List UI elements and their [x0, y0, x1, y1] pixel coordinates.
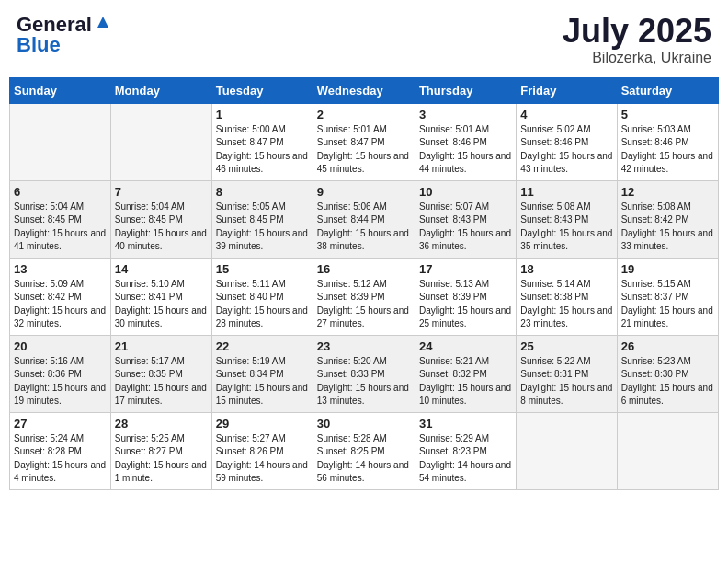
col-thursday: Thursday [415, 77, 516, 103]
calendar-cell [617, 412, 718, 489]
calendar-cell: 14Sunrise: 5:10 AM Sunset: 8:41 PM Dayli… [110, 258, 211, 335]
calendar-header-row: Sunday Monday Tuesday Wednesday Thursday… [10, 77, 719, 103]
day-number: 1 [216, 108, 309, 121]
calendar-cell: 1Sunrise: 5:00 AM Sunset: 8:47 PM Daylig… [211, 103, 313, 180]
day-info: Sunrise: 5:10 AM Sunset: 8:41 PM Dayligh… [115, 278, 208, 331]
calendar-cell: 15Sunrise: 5:11 AM Sunset: 8:40 PM Dayli… [211, 258, 313, 335]
day-info: Sunrise: 5:17 AM Sunset: 8:35 PM Dayligh… [115, 355, 208, 408]
calendar-cell: 3Sunrise: 5:01 AM Sunset: 8:46 PM Daylig… [415, 103, 516, 180]
col-monday: Monday [110, 77, 211, 103]
calendar-cell: 4Sunrise: 5:02 AM Sunset: 8:46 PM Daylig… [517, 103, 617, 180]
day-info: Sunrise: 5:07 AM Sunset: 8:43 PM Dayligh… [419, 201, 512, 254]
calendar-cell: 29Sunrise: 5:27 AM Sunset: 8:26 PM Dayli… [211, 412, 313, 489]
day-number: 17 [419, 262, 512, 276]
day-number: 6 [14, 185, 107, 199]
col-wednesday: Wednesday [313, 77, 415, 103]
day-number: 25 [520, 339, 612, 353]
day-number: 29 [216, 417, 309, 431]
calendar-cell: 27Sunrise: 5:24 AM Sunset: 8:28 PM Dayli… [10, 412, 111, 489]
day-info: Sunrise: 5:01 AM Sunset: 8:47 PM Dayligh… [317, 123, 411, 177]
calendar-cell: 11Sunrise: 5:08 AM Sunset: 8:43 PM Dayli… [517, 180, 617, 258]
calendar-cell: 28Sunrise: 5:25 AM Sunset: 8:27 PM Dayli… [110, 412, 211, 489]
calendar-location: Bilozerka, Ukraine [563, 50, 711, 66]
day-number: 14 [115, 262, 208, 276]
logo-arrow-icon [95, 14, 111, 34]
day-info: Sunrise: 5:24 AM Sunset: 8:28 PM Dayligh… [14, 432, 107, 486]
calendar-cell: 20Sunrise: 5:16 AM Sunset: 8:36 PM Dayli… [10, 335, 111, 412]
day-number: 28 [115, 417, 208, 431]
logo: General Blue [17, 13, 111, 57]
day-number: 10 [419, 185, 512, 199]
day-info: Sunrise: 5:09 AM Sunset: 8:42 PM Dayligh… [14, 278, 107, 331]
calendar-cell: 31Sunrise: 5:29 AM Sunset: 8:23 PM Dayli… [415, 412, 516, 489]
calendar-cell: 21Sunrise: 5:17 AM Sunset: 8:35 PM Dayli… [110, 335, 211, 412]
calendar-cell: 2Sunrise: 5:01 AM Sunset: 8:47 PM Daylig… [313, 103, 415, 180]
calendar-week-row: 20Sunrise: 5:16 AM Sunset: 8:36 PM Dayli… [10, 335, 719, 412]
day-info: Sunrise: 5:02 AM Sunset: 8:46 PM Dayligh… [520, 123, 612, 177]
day-number: 21 [115, 339, 208, 353]
day-number: 20 [14, 339, 107, 353]
day-info: Sunrise: 5:11 AM Sunset: 8:40 PM Dayligh… [216, 278, 309, 331]
calendar-week-row: 13Sunrise: 5:09 AM Sunset: 8:42 PM Dayli… [10, 258, 719, 335]
day-number: 31 [419, 417, 512, 431]
day-info: Sunrise: 5:20 AM Sunset: 8:33 PM Dayligh… [317, 355, 411, 408]
day-number: 8 [216, 185, 309, 199]
calendar-week-row: 6Sunrise: 5:04 AM Sunset: 8:45 PM Daylig… [10, 180, 719, 258]
calendar-table: Sunday Monday Tuesday Wednesday Thursday… [9, 77, 719, 490]
day-info: Sunrise: 5:22 AM Sunset: 8:31 PM Dayligh… [520, 355, 612, 408]
day-info: Sunrise: 5:08 AM Sunset: 8:42 PM Dayligh… [621, 201, 714, 254]
calendar-cell: 23Sunrise: 5:20 AM Sunset: 8:33 PM Dayli… [313, 335, 415, 412]
day-number: 24 [419, 339, 512, 353]
day-number: 15 [216, 262, 309, 276]
day-info: Sunrise: 5:00 AM Sunset: 8:47 PM Dayligh… [216, 123, 309, 177]
calendar-cell: 10Sunrise: 5:07 AM Sunset: 8:43 PM Dayli… [415, 180, 516, 258]
calendar-cell: 5Sunrise: 5:03 AM Sunset: 8:46 PM Daylig… [617, 103, 718, 180]
day-number: 27 [14, 417, 107, 431]
svg-marker-0 [97, 17, 108, 28]
calendar-title: July 2025 [563, 13, 711, 50]
day-info: Sunrise: 5:14 AM Sunset: 8:38 PM Dayligh… [520, 278, 612, 331]
calendar-cell: 25Sunrise: 5:22 AM Sunset: 8:31 PM Dayli… [517, 335, 617, 412]
page-header: General Blue July 2025 Bilozerka, Ukrain… [9, 9, 719, 70]
day-info: Sunrise: 5:04 AM Sunset: 8:45 PM Dayligh… [115, 201, 208, 254]
col-saturday: Saturday [617, 77, 718, 103]
calendar-cell: 8Sunrise: 5:05 AM Sunset: 8:45 PM Daylig… [211, 180, 313, 258]
calendar-cell: 6Sunrise: 5:04 AM Sunset: 8:45 PM Daylig… [10, 180, 111, 258]
day-number: 9 [317, 185, 411, 199]
day-info: Sunrise: 5:05 AM Sunset: 8:45 PM Dayligh… [216, 201, 309, 254]
day-info: Sunrise: 5:06 AM Sunset: 8:44 PM Dayligh… [317, 201, 411, 254]
day-number: 2 [317, 108, 411, 121]
calendar-cell: 18Sunrise: 5:14 AM Sunset: 8:38 PM Dayli… [517, 258, 617, 335]
day-info: Sunrise: 5:19 AM Sunset: 8:34 PM Dayligh… [216, 355, 309, 408]
day-number: 26 [621, 339, 714, 353]
day-info: Sunrise: 5:03 AM Sunset: 8:46 PM Dayligh… [621, 123, 714, 177]
day-info: Sunrise: 5:23 AM Sunset: 8:30 PM Dayligh… [621, 355, 714, 408]
col-tuesday: Tuesday [211, 77, 313, 103]
title-block: July 2025 Bilozerka, Ukraine [563, 13, 711, 66]
day-number: 13 [14, 262, 107, 276]
day-number: 12 [621, 185, 714, 199]
day-info: Sunrise: 5:15 AM Sunset: 8:37 PM Dayligh… [621, 278, 714, 331]
day-info: Sunrise: 5:29 AM Sunset: 8:23 PM Dayligh… [419, 432, 512, 486]
calendar-cell: 24Sunrise: 5:21 AM Sunset: 8:32 PM Dayli… [415, 335, 516, 412]
calendar-cell [517, 412, 617, 489]
calendar-cell: 30Sunrise: 5:28 AM Sunset: 8:25 PM Dayli… [313, 412, 415, 489]
calendar-cell: 16Sunrise: 5:12 AM Sunset: 8:39 PM Dayli… [313, 258, 415, 335]
day-number: 5 [621, 108, 714, 121]
calendar-cell [10, 103, 111, 180]
day-number: 23 [317, 339, 411, 353]
logo-blue-text: Blue [17, 33, 61, 57]
day-info: Sunrise: 5:25 AM Sunset: 8:27 PM Dayligh… [115, 432, 208, 486]
day-number: 30 [317, 417, 411, 431]
day-info: Sunrise: 5:04 AM Sunset: 8:45 PM Dayligh… [14, 201, 107, 254]
day-number: 3 [419, 108, 512, 121]
col-friday: Friday [517, 77, 617, 103]
day-number: 11 [520, 185, 612, 199]
calendar-cell: 9Sunrise: 5:06 AM Sunset: 8:44 PM Daylig… [313, 180, 415, 258]
calendar-cell: 22Sunrise: 5:19 AM Sunset: 8:34 PM Dayli… [211, 335, 313, 412]
day-info: Sunrise: 5:08 AM Sunset: 8:43 PM Dayligh… [520, 201, 612, 254]
day-info: Sunrise: 5:27 AM Sunset: 8:26 PM Dayligh… [216, 432, 309, 486]
col-sunday: Sunday [10, 77, 111, 103]
day-number: 7 [115, 185, 208, 199]
calendar-week-row: 27Sunrise: 5:24 AM Sunset: 8:28 PM Dayli… [10, 412, 719, 489]
